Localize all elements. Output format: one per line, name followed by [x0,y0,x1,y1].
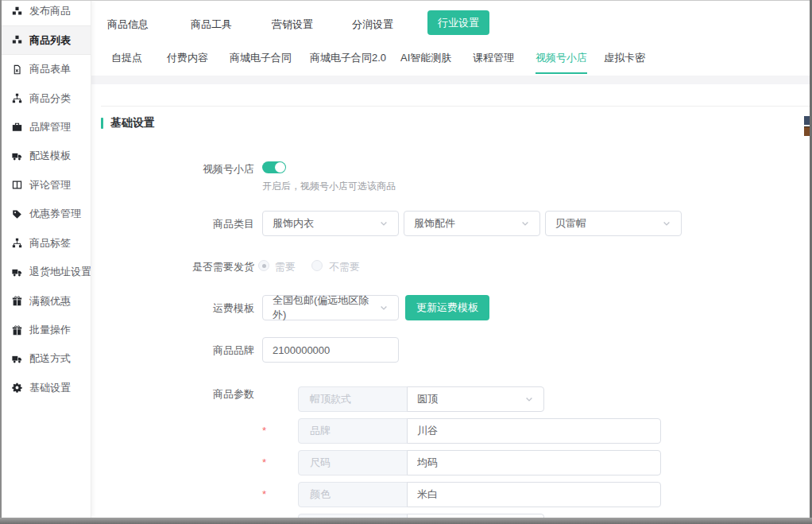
sidebar-item-label: 商品标签 [29,236,71,250]
header-separator [101,106,810,107]
param-value-color-input[interactable] [407,482,661,507]
param-value-size-input[interactable] [407,450,661,475]
category-label: 商品类目 [91,217,254,231]
sidebar-item-product-category[interactable]: 商品分类 [2,83,91,112]
category-select-1[interactable]: 服饰内衣 [262,211,399,236]
subtab-course-management[interactable]: 课程管理 [473,45,514,72]
required-asterisk: * [262,425,266,437]
sidebar-item-label: 基础设置 [29,381,71,395]
param-name-brand[interactable]: 品牌 [298,418,408,444]
sidebar-item-label: 商品列表 [29,33,71,48]
subtab-e-contract[interactable]: 商城电子合同 [230,45,292,72]
subtab-ai-skin-test[interactable]: AI智能测肤 [400,45,451,72]
required-asterisk: * [262,488,266,500]
tab-product-info[interactable]: 商品信息 [107,17,149,32]
freight-template-select[interactable]: 全国包邮(偏远地区除外) [262,295,399,320]
sidebar-item-review-management[interactable]: 评论管理 [2,171,91,200]
video-shop-label: 视频号小店 [91,162,254,177]
sidebar-item-brand-management[interactable]: 品牌管理 [2,113,91,142]
chevron-down-icon [662,219,671,228]
subtab-video-channel-shop[interactable]: 视频号小店 [536,45,587,74]
chevron-down-icon [524,394,534,404]
sidebar: 发布商品 商品列表 商品表单 商品分类 品牌管理 配送模板 评论管理 优惠券管理… [2,1,91,518]
toggle-knob [275,162,285,173]
tabs-panel: 商品信息 商品工具 营销设置 分润设置 行业设置 自提点 付费内容 商城电子合同… [91,1,810,76]
subtab-pickup-point[interactable]: 自提点 [111,45,142,72]
sidebar-item-label: 发布商品 [29,4,71,18]
sidebar-item-label: 商品表单 [29,62,71,76]
required-asterisk: * [262,456,266,468]
chevron-down-icon [379,303,389,312]
floating-widget-item [804,116,810,125]
floating-widget-cropped[interactable] [804,116,810,136]
truck-icon [12,267,22,278]
cubes-icon [12,35,22,45]
sidebar-item-label: 配送方式 [29,351,71,366]
section-title-text: 基础设置 [110,116,155,130]
sidebar-item-product-form[interactable]: 商品表单 [2,55,91,83]
section-title: 基础设置 [101,116,155,130]
subtab-paid-content[interactable]: 付费内容 [167,45,208,72]
columns-icon [12,180,22,190]
sidebar-item-return-address[interactable]: 退货地址设置 [2,258,91,286]
tab-marketing-settings[interactable]: 营销设置 [272,17,313,32]
sidebar-item-delivery-template[interactable]: 配送模板 [2,142,91,170]
sidebar-item-publish-product[interactable]: 发布商品 [2,1,91,25]
radio-no-shipping[interactable] [311,260,323,271]
horizontal-scrollbar[interactable] [0,518,812,524]
tag-icon [12,209,22,219]
sidebar-item-label: 批量操作 [29,323,71,337]
radio-no-shipping-label: 不需要 [329,260,360,274]
sidebar-item-label: 满额优惠 [29,294,71,309]
sidebar-item-label: 评论管理 [29,178,71,192]
select-value: 全国包邮(偏远地区除外) [273,293,379,322]
tab-profit-settings[interactable]: 分润设置 [352,17,393,32]
main-content: 基础设置 视频号小店 开启后，视频号小店可选该商品 商品类目 服饰内衣 服饰配件… [91,84,810,518]
chevron-down-icon [520,219,530,228]
truck-icon [12,354,22,364]
cubes-icon [12,6,22,17]
radio-need-shipping[interactable] [258,260,269,271]
briefcase-icon [12,122,22,132]
sidebar-item-product-list[interactable]: 商品列表 [2,25,91,54]
select-value: 圆顶 [417,392,438,406]
param-name-color[interactable]: 颜色 [298,482,408,507]
select-value: 服饰内衣 [273,216,314,231]
sidebar-item-label: 退货地址设置 [29,265,91,279]
subtab-e-contract-2[interactable]: 商城电子合同2.0 [310,45,386,72]
subtab-virtual-card[interactable]: 虚拟卡密 [604,45,645,72]
section-accent-bar [101,118,103,129]
gear-icon [12,382,22,393]
param-name-hat-top-style[interactable]: 帽顶款式 [298,386,408,412]
video-shop-toggle[interactable] [262,161,286,173]
param-value-brand-input[interactable] [407,418,661,444]
sidebar-item-delivery-method[interactable]: 配送方式 [2,344,91,373]
floating-widget-item [804,126,810,136]
sidebar-item-basic-settings[interactable]: 基础设置 [2,374,91,402]
sidebar-item-batch-operation[interactable]: 批量操作 [2,316,91,344]
window-frame-left [0,0,2,524]
gift-icon [12,325,22,336]
sidebar-item-product-tags[interactable]: 商品标签 [2,229,91,258]
category-select-3[interactable]: 贝雷帽 [545,211,682,236]
video-shop-hint: 开启后，视频号小店可选该商品 [262,180,396,193]
category-select-2[interactable]: 服饰配件 [404,211,540,236]
param-name-size[interactable]: 尺码 [298,450,408,475]
brand-input[interactable] [262,337,399,363]
radio-need-shipping-label: 需要 [275,260,296,274]
brand-label: 商品品牌 [91,344,254,358]
app-window: 发布商品 商品列表 商品表单 商品分类 品牌管理 配送模板 评论管理 优惠券管理… [0,0,812,524]
sidebar-item-label: 优惠券管理 [29,207,81,221]
sidebar-item-coupon-management[interactable]: 优惠券管理 [2,200,91,228]
window-frame-top [0,0,812,1]
chevron-down-icon [379,219,389,228]
param-value-hat-top-style-select[interactable]: 圆顶 [407,386,544,412]
tab-industry-settings[interactable]: 行业设置 [427,10,489,35]
sidebar-item-full-discount[interactable]: 满额优惠 [2,286,91,315]
file-icon [12,64,22,75]
freight-template-label: 运费模板 [91,301,254,316]
params-label: 商品参数 [91,387,254,402]
update-freight-template-button[interactable]: 更新运费模板 [405,295,489,320]
sidebar-item-label: 配送模板 [29,149,71,163]
tab-product-tools[interactable]: 商品工具 [191,17,232,32]
